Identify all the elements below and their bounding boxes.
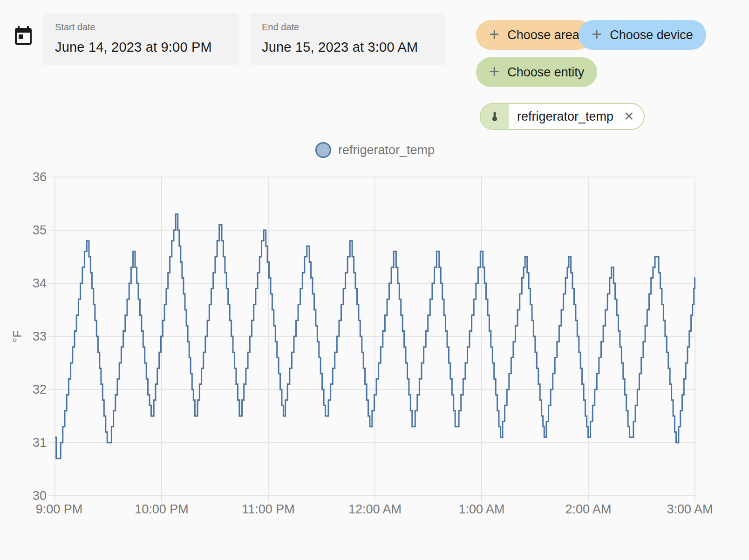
start-date-value: June 14, 2023 at 9:00 PM	[55, 40, 226, 55]
start-date-field[interactable]: Start date June 14, 2023 at 9:00 PM	[43, 13, 238, 64]
history-chart[interactable]: 303132333435369:00 PM10:00 PM11:00 PM12:…	[0, 158, 749, 531]
calendar-icon	[12, 25, 34, 48]
choose-area-button[interactable]: + Choose area	[476, 20, 592, 50]
chip-label: refrigerator_temp	[509, 109, 622, 124]
x-tick-label: 12:00 AM	[348, 502, 402, 516]
entity-chip-refrigerator-temp[interactable]: refrigerator_temp ✕	[480, 103, 645, 130]
y-axis-title: °F	[10, 330, 24, 342]
y-tick-label: 36	[33, 170, 47, 184]
legend-label: refrigerator_temp	[338, 143, 435, 157]
legend-item-refrigerator-temp[interactable]: refrigerator_temp	[55, 142, 695, 158]
end-date-value: June 15, 2023 at 3:00 AM	[262, 40, 433, 55]
y-tick-label: 32	[33, 382, 47, 396]
chip-remove-icon[interactable]: ✕	[622, 110, 644, 123]
end-date-field[interactable]: End date June 15, 2023 at 3:00 AM	[250, 13, 445, 64]
legend-marker	[315, 142, 331, 158]
x-tick-label: 2:00 AM	[565, 502, 611, 516]
choose-area-label: Choose area	[507, 28, 579, 42]
choose-device-label: Choose device	[610, 28, 693, 42]
x-tick-label: 3:00 AM	[667, 502, 713, 516]
y-tick-label: 31	[33, 436, 47, 450]
y-tick-label: 35	[33, 223, 47, 237]
x-tick-label: 1:00 AM	[458, 502, 504, 516]
y-tick-label: 34	[33, 276, 47, 290]
x-tick-label: 11:00 PM	[242, 502, 295, 516]
end-date-label: End date	[262, 22, 433, 33]
thermometer-icon	[489, 110, 501, 123]
choose-entity-label: Choose entity	[507, 65, 584, 80]
choose-entity-button[interactable]: + Choose entity	[476, 57, 597, 87]
y-tick-label: 33	[33, 329, 47, 343]
y-tick-label: 30	[33, 489, 47, 503]
chip-icon-area	[481, 104, 509, 129]
start-date-label: Start date	[55, 22, 226, 33]
x-tick-label: 10:00 PM	[135, 502, 189, 516]
choose-device-button[interactable]: + Choose device	[579, 20, 706, 50]
x-tick-label: 9:00 PM	[36, 502, 83, 516]
